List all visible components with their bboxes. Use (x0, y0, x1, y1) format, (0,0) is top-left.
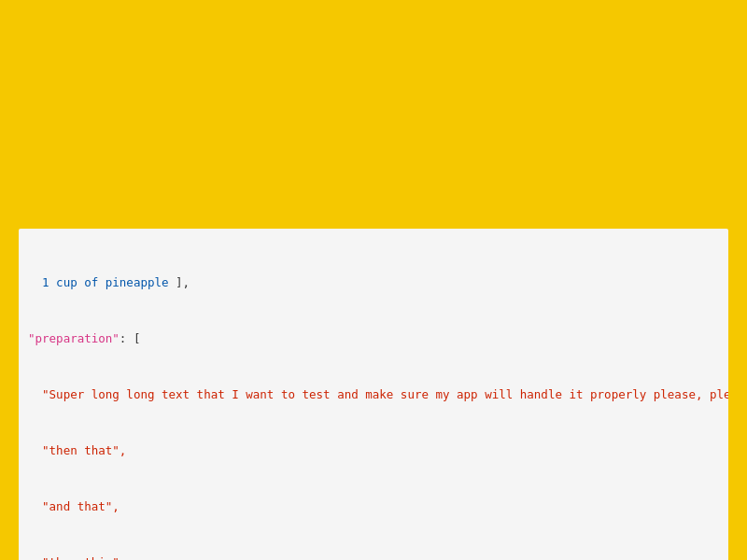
code-line-2: "preparation": [ (28, 329, 719, 348)
code-line-1: 1 cup of pineapple ], (28, 273, 719, 292)
code-value: "and that", (28, 499, 120, 513)
code-panel: 1 cup of pineapple ], "preparation": [ "… (19, 229, 728, 560)
code-value: "then that", (28, 443, 126, 457)
code-punctuation: : [ (120, 331, 141, 345)
code-key: "preparation" (28, 331, 120, 345)
code-text: 1 cup of pineapple (28, 275, 176, 289)
code-line-6: "then this", (28, 553, 719, 560)
code-line-5: "and that", (28, 497, 719, 516)
code-punctuation: ], (176, 275, 190, 289)
code-line-4: "then that", (28, 441, 719, 460)
code-value: "Super long long text that I want to tes… (28, 387, 728, 401)
code-line-3: "Super long long text that I want to tes… (28, 385, 719, 404)
code-value: "then this", (28, 555, 126, 560)
